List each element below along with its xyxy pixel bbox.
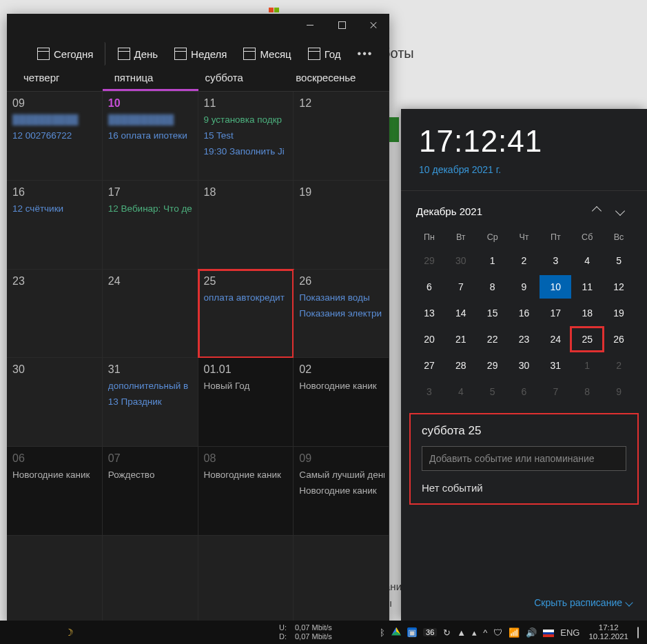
mini-day[interactable]: 17: [540, 301, 571, 325]
action-center-icon[interactable]: [637, 627, 639, 638]
mini-day[interactable]: 28: [445, 354, 477, 377]
mini-day[interactable]: 8: [571, 380, 603, 403]
tray-chevron-icon[interactable]: ^: [483, 627, 487, 638]
view-month-button[interactable]: Месяц: [236, 42, 298, 66]
mini-day[interactable]: 3: [413, 380, 445, 403]
calendar-cell[interactable]: 12: [294, 92, 389, 181]
calendar-cell[interactable]: 01.01Новый Год: [198, 358, 294, 447]
mini-day[interactable]: 14: [445, 301, 477, 325]
calendar-cell[interactable]: 09██████████12 002766722: [7, 92, 103, 181]
event-item[interactable]: Новогодние каник: [12, 467, 98, 483]
calendar-cell[interactable]: 25оплата автокредит: [198, 270, 294, 359]
defender-icon[interactable]: 🛡: [493, 627, 502, 638]
calendar-cell[interactable]: 24: [103, 270, 198, 359]
flyout-date-link[interactable]: 10 декабря 2021 г.: [419, 164, 629, 185]
event-item[interactable]: Самый лучший день: [299, 467, 384, 483]
language-flag-icon[interactable]: [543, 627, 554, 638]
calendar-cell[interactable]: 06Новогодние каник: [7, 447, 103, 536]
window-close-button[interactable]: [358, 14, 389, 36]
add-event-input[interactable]: [422, 446, 626, 471]
mini-day[interactable]: 29: [413, 249, 445, 272]
mini-day[interactable]: 5: [477, 380, 509, 403]
mini-day[interactable]: 31: [540, 354, 571, 377]
calendar-cell[interactable]: 1712 Вебинар: Что де: [103, 181, 198, 270]
mini-day[interactable]: 27: [413, 354, 445, 377]
event-item[interactable]: 12 Вебинар: Что де: [108, 201, 194, 217]
tray-app-icon[interactable]: ▲: [457, 627, 466, 638]
mini-day[interactable]: 4: [445, 380, 477, 403]
mini-day[interactable]: 25: [571, 328, 603, 351]
mini-day[interactable]: 9: [603, 380, 635, 403]
event-item[interactable]: 15 Test: [204, 128, 289, 144]
bluetooth-icon[interactable]: ᛒ: [380, 627, 385, 638]
event-item[interactable]: 16 оплата ипотеки: [108, 128, 194, 144]
calendar-cell[interactable]: 23: [7, 270, 103, 359]
mini-day[interactable]: 12: [603, 275, 635, 299]
month-prev-button[interactable]: [585, 202, 608, 220]
calendar-cell[interactable]: [198, 536, 294, 625]
event-item[interactable]: 19:30 Заполнить Ji: [204, 144, 289, 160]
calendar-cell[interactable]: 30: [7, 358, 103, 447]
mini-day[interactable]: 5: [603, 249, 635, 272]
calendar-cell[interactable]: 08Новогодние каник: [198, 447, 294, 536]
moon-icon[interactable]: ☽: [65, 627, 74, 638]
mini-day[interactable]: 10: [540, 275, 571, 299]
today-button[interactable]: Сегодня: [30, 42, 105, 66]
event-item[interactable]: дополнительный в: [108, 379, 194, 394]
calendar-cell[interactable]: 26Показания водыПоказания электри: [294, 270, 389, 359]
mini-day[interactable]: 8: [477, 275, 509, 299]
mini-day[interactable]: 2: [509, 249, 540, 272]
window-minimize-button[interactable]: [294, 14, 326, 36]
mini-day[interactable]: 7: [540, 380, 571, 403]
mini-day[interactable]: 30: [509, 354, 540, 377]
event-item[interactable]: оплата автокредит: [204, 290, 289, 306]
calendar-cell[interactable]: [7, 536, 103, 625]
tray-app-icon[interactable]: ▴: [472, 627, 477, 638]
mini-day[interactable]: 6: [509, 380, 540, 403]
mini-day[interactable]: 22: [477, 328, 509, 351]
event-item[interactable]: 12 002766722: [12, 128, 98, 144]
event-item[interactable]: Новогодние каник: [204, 467, 289, 483]
mini-day[interactable]: 9: [509, 275, 540, 299]
more-button[interactable]: •••: [351, 42, 380, 66]
mini-day[interactable]: 2: [603, 354, 635, 377]
mini-day[interactable]: 1: [571, 354, 603, 377]
volume-icon[interactable]: 🔊: [526, 627, 537, 638]
mini-day[interactable]: 13: [413, 301, 445, 325]
mini-day[interactable]: 19: [603, 301, 635, 325]
mini-day[interactable]: 6: [413, 275, 445, 299]
event-item[interactable]: Показания воды: [299, 290, 384, 306]
event-item[interactable]: Рождество: [108, 467, 194, 483]
view-week-button[interactable]: Неделя: [167, 42, 234, 66]
temperature-badge[interactable]: 36: [423, 628, 437, 636]
calendar-cell[interactable]: 119 установка подкр15 Test19:30 Заполнит…: [198, 92, 294, 181]
mini-day[interactable]: 15: [477, 301, 509, 325]
taskbar-clock[interactable]: 17:1210.12.2021: [586, 623, 631, 641]
mini-day[interactable]: 20: [413, 328, 445, 351]
mini-day[interactable]: 23: [509, 328, 540, 351]
calendar-cell[interactable]: 07Рождество: [103, 447, 198, 536]
calendar-cell[interactable]: 1612 счётчики: [7, 181, 103, 270]
event-item[interactable]: Новогодние каник: [299, 483, 384, 499]
view-day-button[interactable]: День: [111, 42, 165, 66]
wifi-icon[interactable]: 📶: [509, 627, 520, 638]
google-drive-icon[interactable]: [391, 627, 401, 638]
event-item[interactable]: Новогодние каник: [299, 379, 384, 394]
event-item[interactable]: Новый Год: [204, 379, 289, 394]
sync-icon[interactable]: ↻: [443, 627, 451, 638]
mini-day[interactable]: 18: [571, 301, 603, 325]
mini-day[interactable]: 26: [603, 328, 635, 351]
view-year-button[interactable]: Год: [301, 42, 348, 66]
mini-day[interactable]: 4: [571, 249, 603, 272]
calendar-cell[interactable]: 02Новогодние каник: [294, 358, 389, 447]
mini-day[interactable]: 3: [540, 249, 571, 272]
calendar-cell[interactable]: 10██████████16 оплата ипотеки: [103, 92, 198, 181]
mini-day[interactable]: 11: [571, 275, 603, 299]
calendar-cell[interactable]: [294, 536, 389, 625]
language-indicator[interactable]: ENG: [560, 627, 579, 638]
event-item[interactable]: 13 Праздник: [108, 394, 194, 410]
mini-day[interactable]: 7: [445, 275, 477, 299]
app-badge-icon[interactable]: ▣: [407, 627, 417, 637]
event-item[interactable]: ██████████: [108, 112, 194, 128]
calendar-cell[interactable]: 09Самый лучший деньНовогодние каник: [294, 447, 389, 536]
